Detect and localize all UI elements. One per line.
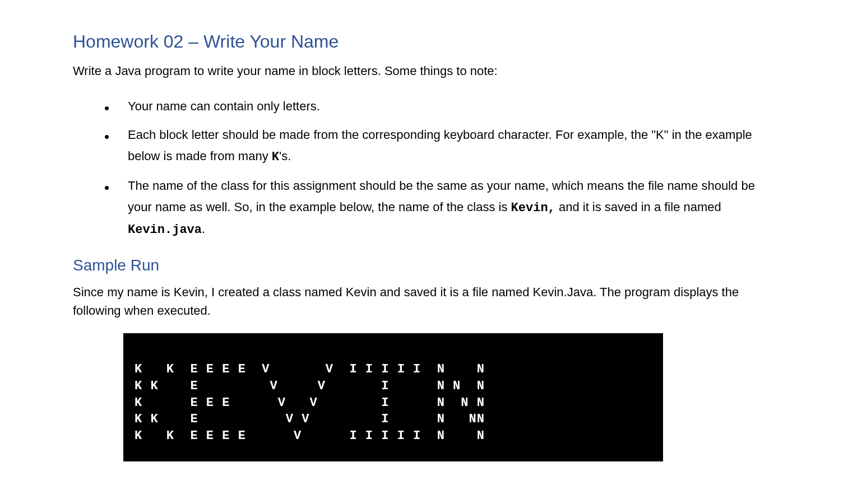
- list-item-text-suffix: .: [202, 222, 205, 236]
- sample-output: K K E E E E V V I I I I I N N K K E V V …: [123, 333, 663, 461]
- inline-code: Kevin,: [511, 201, 555, 215]
- list-item-text-prefix: Each block letter should be made from th…: [128, 128, 752, 162]
- list-item: Each block letter should be made from th…: [112, 124, 775, 167]
- output-line: K K E E E E V I I I I I N N: [135, 429, 485, 443]
- list-item: Your name can contain only letters.: [112, 96, 775, 116]
- list-item-text-middle: and it is saved in a file named: [555, 200, 721, 214]
- output-line: K K E E E E V V I I I I I N N: [135, 362, 485, 376]
- inline-code: K: [272, 150, 279, 164]
- output-line: K K E V V I N NN: [135, 412, 485, 426]
- list-item: The name of the class for this assignmen…: [112, 175, 775, 240]
- page-title: Homework 02 – Write Your Name: [73, 28, 775, 55]
- requirements-list: Your name can contain only letters. Each…: [73, 96, 775, 240]
- list-item-text-suffix: 's.: [279, 149, 291, 163]
- sample-description: Since my name is Kevin, I created a clas…: [73, 283, 775, 320]
- output-line: K E E E V V I N N N: [135, 396, 485, 410]
- list-item-text: Your name can contain only letters.: [128, 99, 320, 113]
- intro-paragraph: Write a Java program to write your name …: [73, 62, 775, 80]
- sample-run-heading: Sample Run: [73, 254, 775, 277]
- inline-code: Kevin.java: [128, 223, 202, 237]
- output-line: K K E V V I N N N: [135, 379, 485, 393]
